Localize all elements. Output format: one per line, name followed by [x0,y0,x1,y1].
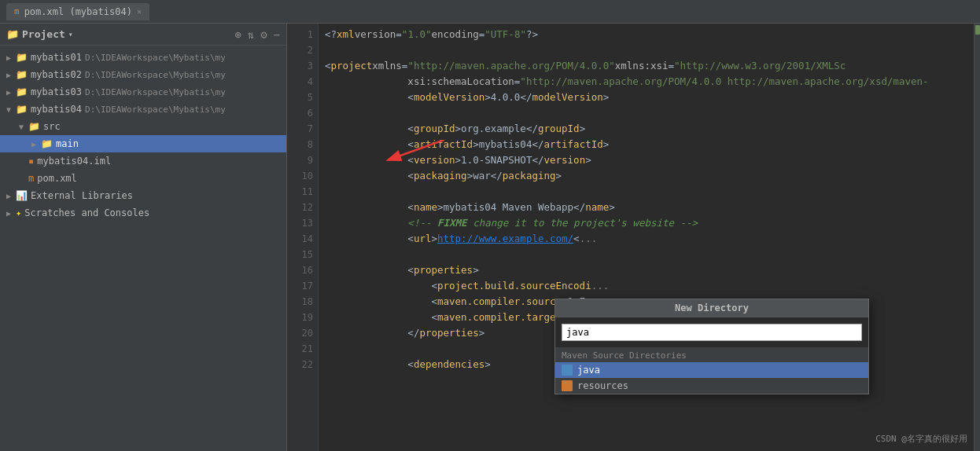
project-label: 📁 Project ▾ [6,28,73,40]
code-line-2 [325,42,967,58]
chevron-down-icon: ▾ [68,30,73,38]
xml-file-icon: m [14,6,20,16]
code-line-9: <version>1.0-SNAPSHOT</version> [325,152,967,168]
scroll-indicator [974,24,980,451]
code-line-15 [325,247,967,262]
suggestion-label: java [577,365,600,376]
add-icon[interactable]: ⊕ [234,28,241,41]
directory-suggestions-list: java resources [555,362,868,394]
tree-item-mybatis04[interactable]: ▼ 📁 mybatis04 D:\IDEAWorkspace\Mybatis\m… [0,101,286,118]
code-line-6 [325,105,967,121]
scratches-icon: ✦ [16,207,21,218]
code-line-5: <modelVersion>4.0.0</modelVersion> [325,90,967,105]
project-path: D:\IDEAWorkspace\Mybatis\my [85,53,226,63]
sidebar-header: 📁 Project ▾ ⊕ ⇅ ⚙ − [0,24,286,46]
tree-item-scratches[interactable]: ▶ ✦ Scratches and Consoles [0,204,286,222]
chevron-icon: ▼ [19,123,28,131]
code-line-4: xsi:schemaLocation="http://maven.apache.… [325,74,967,90]
src-label: src [43,121,61,132]
accent-marker [975,25,980,35]
editor-tab[interactable]: m pom.xml (mybatis04) ✕ [6,3,149,20]
main-label: main [56,138,79,149]
sidebar-title: Project [22,28,65,40]
main-folder-icon: 📁 [41,138,53,149]
tree-item-mybatis03[interactable]: ▶ 📁 mybatis03 D:\IDEAWorkspace\Mybatis\m… [0,83,286,101]
project-path: D:\IDEAWorkspace\Mybatis\my [85,70,226,80]
folder-icon: 📁 [6,28,19,40]
chevron-icon: ▶ [6,209,16,218]
project-name: mybatis03 [31,86,82,97]
code-line-13: <!-- FIXME change it to the project's we… [325,215,967,231]
project-name: mybatis01 [31,52,82,63]
chevron-icon: ▶ [6,88,16,97]
chevron-icon: ▼ [6,105,16,114]
folder-icon: 📁 [16,52,28,63]
folder-dot-icon [562,365,573,376]
tree-item-main[interactable]: ▶ 📁 main [0,135,286,152]
folder-dot-icon [562,380,573,391]
sync-icon[interactable]: ⇅ [248,28,254,41]
sidebar: 📁 Project ▾ ⊕ ⇅ ⚙ − ▶ 📁 mybatis01 D:\IDE… [0,24,287,451]
ext-lib-label: External Libraries [31,190,133,201]
code-line-3: <project xmlns="http://maven.apache.org/… [325,58,967,74]
code-line-14: <url>http://www.example.com/<... [325,231,967,247]
project-name: mybatis04 [31,104,82,115]
settings-icon[interactable]: ⚙ [260,28,267,41]
directory-input-area [555,317,868,347]
pom-label: pom.xml [37,173,77,184]
tab-close-button[interactable]: ✕ [137,7,142,16]
chevron-icon: ▶ [6,192,16,200]
project-path: D:\IDEAWorkspace\Mybatis\my [85,104,226,115]
maven-section-label: Maven Source Directories [555,347,868,362]
project-name: mybatis02 [31,69,82,80]
suggestion-java[interactable]: java [555,362,868,378]
tab-label: pom.xml (mybatis04) [24,6,132,17]
tree-item-external-libraries[interactable]: ▶ 📊 External Libraries [0,187,286,204]
code-line-8: <artifactId>mybatis04</artifactId> [325,137,967,152]
folder-icon: 📁 [16,69,28,80]
minimize-icon[interactable]: − [274,28,280,41]
project-path: D:\IDEAWorkspace\Mybatis\my [85,87,226,97]
iml-label: mybatis04.iml [37,156,111,167]
code-line-11 [325,184,967,200]
main-layout: 📁 Project ▾ ⊕ ⇅ ⚙ − ▶ 📁 mybatis01 D:\IDE… [0,24,980,451]
code-line-10: <packaging>war</packaging> [325,168,967,184]
code-line-7: <groupId>org.example</groupId> [325,121,967,137]
chevron-icon: ▶ [6,53,16,62]
src-folder-icon: 📁 [28,121,40,132]
folder-icon: 📁 [16,104,28,115]
chevron-icon: ▶ [6,71,16,79]
tree-item-pom[interactable]: ▶ m pom.xml [0,170,286,187]
title-bar: m pom.xml (mybatis04) ✕ [0,0,980,24]
sidebar-actions: ⊕ ⇅ ⚙ − [234,28,280,41]
tree-item-iml[interactable]: ▶ ▪ mybatis04.iml [0,152,286,170]
code-line-12: <name>mybatis04 Maven Webapp</name> [325,200,967,215]
folder-icon: 📁 [16,86,28,97]
xml-file-icon: m [28,173,34,184]
directory-name-input[interactable] [562,324,862,341]
project-tree: ▶ 📁 mybatis01 D:\IDEAWorkspace\Mybatis\m… [0,46,286,451]
dialog-title: New Directory [555,299,868,317]
new-directory-dialog: New Directory Maven Source Directories j… [554,299,869,394]
suggestion-label: resources [577,380,628,391]
scratches-label: Scratches and Consoles [24,207,149,218]
code-line-1: <?xml version="1.0" encoding="UTF-8"?> [325,27,967,42]
tree-item-mybatis02[interactable]: ▶ 📁 mybatis02 D:\IDEAWorkspace\Mybatis\m… [0,66,286,83]
tree-item-mybatis01[interactable]: ▶ 📁 mybatis01 D:\IDEAWorkspace\Mybatis\m… [0,49,286,66]
tree-item-src[interactable]: ▼ 📁 src [0,118,286,135]
editor-area: 12345 678910 1112131415 1617181920 2122 … [287,24,980,451]
iml-file-icon: ▪ [28,156,34,167]
library-icon: 📊 [16,190,28,201]
suggestion-resources[interactable]: resources [555,378,868,394]
line-numbers: 12345 678910 1112131415 1617181920 2122 [287,24,319,451]
chevron-icon: ▶ [31,140,41,148]
